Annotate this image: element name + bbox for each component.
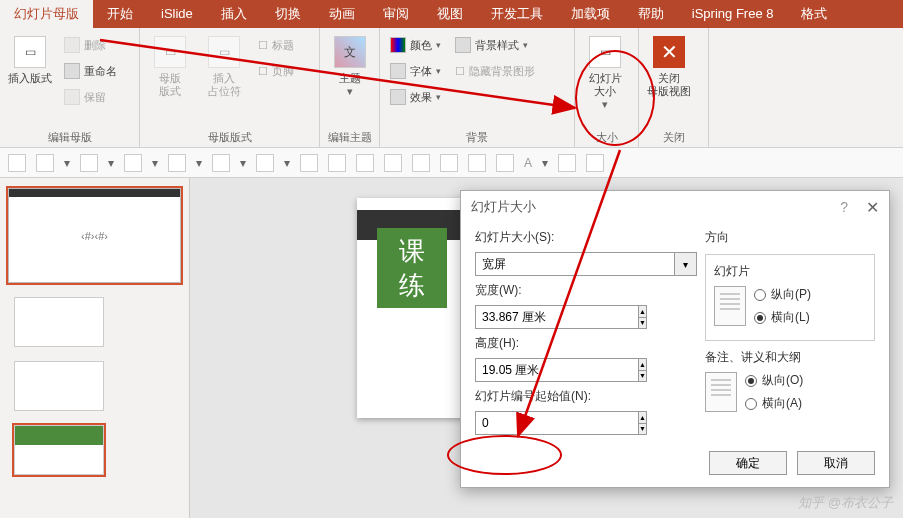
colors-button[interactable]: 颜色▾: [386, 34, 445, 56]
orientation-label: 方向: [705, 229, 875, 246]
page-icon: [714, 286, 746, 326]
close-dialog-icon[interactable]: ✕: [866, 198, 879, 217]
master-layout-button: ▭ 母版 版式: [146, 32, 194, 98]
notes-landscape-radio[interactable]: 横向(A): [745, 395, 803, 412]
qat-icon[interactable]: [412, 154, 430, 172]
ribbon-tabs: 幻灯片母版 开始 iSlide 插入 切换 动画 审阅 视图 开发工具 加载项 …: [0, 0, 903, 28]
qat-icon[interactable]: [80, 154, 98, 172]
thumb-placeholder: ‹#›‹#›: [81, 230, 108, 242]
quick-access-toolbar: ▾ ▾ ▾ ▾ ▾ ▾ A▾: [0, 148, 903, 178]
spin-up-icon[interactable]: ▲: [639, 358, 647, 370]
qat-icon[interactable]: [256, 154, 274, 172]
tab-ispring[interactable]: iSpring Free 8: [678, 0, 788, 28]
group-master-layout: 母版版式: [146, 128, 313, 147]
colors-icon: [390, 37, 406, 53]
qat-icon[interactable]: [124, 154, 142, 172]
spin-down-icon[interactable]: ▼: [639, 370, 647, 383]
qat-icon[interactable]: [558, 154, 576, 172]
start-number-input[interactable]: [475, 411, 639, 435]
bg-styles-icon: [455, 37, 471, 53]
width-input[interactable]: [475, 305, 639, 329]
group-edit-master: 编辑母版: [6, 128, 133, 147]
layout-thumb[interactable]: [14, 425, 104, 475]
tab-view[interactable]: 视图: [423, 0, 477, 28]
theme-button[interactable]: 文 主题▾: [326, 32, 373, 98]
size-combo[interactable]: [475, 252, 675, 276]
spin-down-icon[interactable]: ▼: [639, 423, 647, 436]
layout-thumb[interactable]: [14, 297, 104, 347]
help-icon[interactable]: ?: [840, 199, 848, 215]
tab-insert[interactable]: 插入: [207, 0, 261, 28]
qat-icon[interactable]: [8, 154, 26, 172]
hide-bg-checkbox: ☐隐藏背景图形: [451, 60, 539, 82]
fonts-button[interactable]: 字体▾: [386, 60, 445, 82]
qat-icon[interactable]: [356, 154, 374, 172]
size-label: 幻灯片大小(S):: [475, 229, 697, 246]
keep-icon: [64, 89, 80, 105]
dialog-title: 幻灯片大小: [471, 198, 536, 216]
rename-icon: [64, 63, 80, 79]
insert-layout-button[interactable]: ▭ 插入版式: [6, 32, 54, 85]
tab-format[interactable]: 格式: [787, 0, 841, 28]
tab-slide-master[interactable]: 幻灯片母版: [0, 0, 93, 28]
cancel-button[interactable]: 取消: [797, 451, 875, 475]
group-edit-theme: 编辑主题: [326, 128, 373, 147]
notes-portrait-radio[interactable]: 纵向(O): [745, 372, 803, 389]
insert-layout-icon: ▭: [14, 36, 46, 68]
landscape-radio[interactable]: 横向(L): [754, 309, 811, 326]
qat-icon[interactable]: [440, 154, 458, 172]
slide-size-icon: ▭: [589, 36, 621, 68]
insert-placeholder-button: ▭ 插入 占位符: [200, 32, 248, 98]
tab-dev[interactable]: 开发工具: [477, 0, 557, 28]
group-background: 背景: [386, 128, 568, 147]
placeholder-icon: ▭: [208, 36, 240, 68]
qat-icon[interactable]: [496, 154, 514, 172]
fonts-icon: [390, 63, 406, 79]
theme-icon: 文: [334, 36, 366, 68]
portrait-radio[interactable]: 纵向(P): [754, 286, 811, 303]
combo-dropdown-icon[interactable]: ▾: [675, 252, 697, 276]
title-checkbox: ☐标题: [254, 34, 298, 56]
tab-review[interactable]: 审阅: [369, 0, 423, 28]
qat-icon[interactable]: [586, 154, 604, 172]
notes-orient-label: 备注、讲义和大纲: [705, 349, 875, 366]
height-label: 高度(H):: [475, 335, 697, 352]
qat-icon[interactable]: [468, 154, 486, 172]
tab-animation[interactable]: 动画: [315, 0, 369, 28]
bg-styles-button[interactable]: 背景样式▾: [451, 34, 539, 56]
page-icon: [705, 372, 737, 412]
close-master-button[interactable]: ✕ 关闭 母版视图: [645, 32, 693, 98]
close-icon: ✕: [653, 36, 685, 68]
effects-icon: [390, 89, 406, 105]
qat-icon[interactable]: [328, 154, 346, 172]
delete-button: 删除: [60, 34, 121, 56]
start-number-label: 幻灯片编号起始值(N):: [475, 388, 697, 405]
slides-orient-label: 幻灯片: [714, 263, 866, 280]
ok-button[interactable]: 确定: [709, 451, 787, 475]
qat-icon[interactable]: [36, 154, 54, 172]
master-thumb[interactable]: ‹#›‹#›: [8, 188, 181, 283]
slide-green-box: 课 练: [377, 228, 447, 308]
slide-size-dialog: 幻灯片大小 ? ✕ 幻灯片大小(S): ▾ 宽度(W): ▲▼ 高度(H): ▲…: [460, 190, 890, 488]
height-input[interactable]: [475, 358, 639, 382]
layout-thumb[interactable]: [14, 361, 104, 411]
width-label: 宽度(W):: [475, 282, 697, 299]
ribbon: ▭ 插入版式 删除 重命名 保留 编辑母版 ▭ 母版 版式 ▭ 插入 占位符 ☐…: [0, 28, 903, 148]
slide-size-button[interactable]: ▭ 幻灯片 大小▾: [581, 32, 629, 111]
qat-icon[interactable]: [384, 154, 402, 172]
spin-up-icon[interactable]: ▲: [639, 411, 647, 423]
rename-button[interactable]: 重命名: [60, 60, 121, 82]
group-size: 大小: [581, 128, 632, 147]
qat-icon[interactable]: [300, 154, 318, 172]
tab-help[interactable]: 帮助: [624, 0, 678, 28]
tab-addins[interactable]: 加载项: [557, 0, 624, 28]
effects-button[interactable]: 效果▾: [386, 86, 445, 108]
spin-down-icon[interactable]: ▼: [639, 317, 647, 330]
qat-icon[interactable]: [168, 154, 186, 172]
tab-islide[interactable]: iSlide: [147, 0, 207, 28]
spin-up-icon[interactable]: ▲: [639, 305, 647, 317]
keep-button: 保留: [60, 86, 121, 108]
tab-transition[interactable]: 切换: [261, 0, 315, 28]
tab-home[interactable]: 开始: [93, 0, 147, 28]
qat-icon[interactable]: [212, 154, 230, 172]
